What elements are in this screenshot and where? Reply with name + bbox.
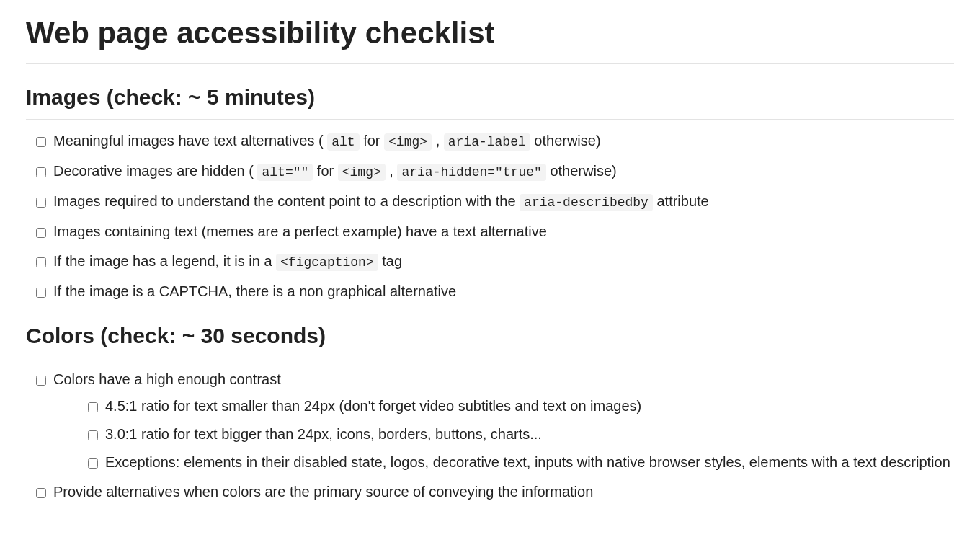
checklist-item: 4.5:1 ratio for text smaller than 24px (… [85, 395, 954, 417]
checklist-checkbox[interactable] [36, 167, 46, 177]
checklist-images: Meaningful images have text alternatives… [26, 130, 954, 303]
divider [26, 358, 954, 358]
inline-code: alt [327, 133, 359, 151]
checklist-item: Images required to understand the conten… [33, 190, 954, 213]
checklist-item-label: Exceptions: elements in their disabled s… [105, 454, 950, 470]
inline-code: <img> [338, 164, 386, 181]
checklist-item-label: 3.0:1 ratio for text bigger than 24px, i… [105, 426, 542, 442]
checklist-checkbox[interactable] [36, 488, 46, 498]
checklist-item-label: Decorative images are hidden ( alt="" fo… [53, 163, 617, 179]
checklist-item-label: Provide alternatives when colors are the… [53, 484, 593, 500]
checklist-item: Images containing text (memes are a perf… [33, 221, 954, 243]
checklist-item: Colors have a high enough contrast4.5:1 … [33, 368, 954, 474]
checklist-item-label: Images containing text (memes are a perf… [53, 223, 547, 239]
inline-code: <figcaption> [276, 254, 378, 271]
checklist-item-label: Meaningful images have text alternatives… [53, 133, 601, 149]
checklist-item-label: Images required to understand the conten… [53, 193, 709, 209]
page-root: Web page accessibility checklist Images … [0, 0, 980, 539]
checklist-item-label: If the image has a legend, it is in a <f… [53, 253, 402, 269]
checklist-checkbox[interactable] [88, 402, 98, 412]
checklist-item: If the image has a legend, it is in a <f… [33, 250, 954, 273]
checklist-checkbox[interactable] [36, 137, 46, 147]
divider [26, 119, 954, 120]
checklist-item: Decorative images are hidden ( alt="" fo… [33, 160, 954, 183]
checklist-item-label: 4.5:1 ratio for text smaller than 24px (… [105, 398, 641, 414]
checklist-item-label: Colors have a high enough contrast [53, 371, 281, 387]
checklist-item: 3.0:1 ratio for text bigger than 24px, i… [85, 423, 954, 446]
checklist-checkbox[interactable] [36, 288, 46, 298]
section-heading-images: Images (check: ~ 5 minutes) [26, 84, 954, 110]
page-title: Web page accessibility checklist [26, 16, 954, 50]
checklist-checkbox[interactable] [88, 430, 98, 440]
checklist-checkbox[interactable] [88, 458, 98, 469]
checklist-checkbox[interactable] [36, 257, 46, 267]
checklist-sublist: 4.5:1 ratio for text smaller than 24px (… [53, 395, 954, 474]
inline-code: aria-hidden="true" [397, 164, 545, 181]
checklist-item: If the image is a CAPTCHA, there is a no… [33, 280, 954, 303]
checklist-checkbox[interactable] [36, 198, 46, 208]
checklist-item: Exceptions: elements in their disabled s… [85, 451, 954, 474]
checklist-item-label: If the image is a CAPTCHA, there is a no… [53, 283, 456, 299]
inline-code: aria-label [444, 133, 530, 151]
checklist-checkbox[interactable] [36, 376, 46, 386]
checklist-colors: Colors have a high enough contrast4.5:1 … [26, 368, 954, 503]
checklist-item: Provide alternatives when colors are the… [33, 481, 954, 503]
section-heading-colors: Colors (check: ~ 30 seconds) [26, 323, 954, 349]
inline-code: <img> [384, 133, 432, 151]
checklist-checkbox[interactable] [36, 228, 46, 238]
inline-code: alt="" [257, 164, 313, 181]
divider [26, 63, 954, 64]
inline-code: aria-describedby [520, 194, 653, 211]
checklist-item: Meaningful images have text alternatives… [33, 130, 954, 153]
